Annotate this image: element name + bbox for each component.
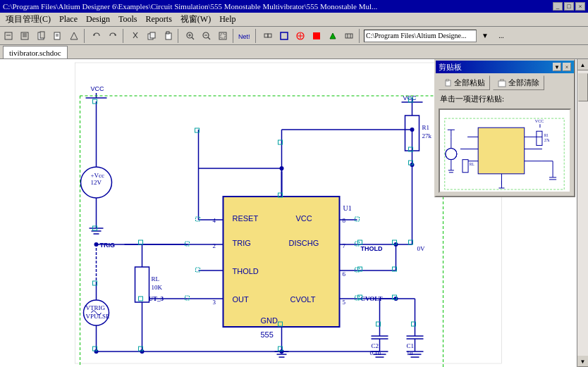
- clipboard-pin-button[interactable]: ▼: [553, 63, 561, 71]
- tab-schematic[interactable]: tivibrator.schdoc: [3, 46, 68, 58]
- svg-rect-31: [268, 34, 271, 37]
- toolbar: Net! C:\Program Files\Altium Designe... …: [0, 27, 588, 45]
- svg-text:DISCHG: DISCHG: [289, 239, 319, 247]
- svg-rect-37: [345, 34, 353, 38]
- tb-11[interactable]: [341, 28, 357, 44]
- tb-zoom-in[interactable]: [183, 28, 198, 44]
- svg-text:CVOLT: CVOLT: [290, 295, 316, 304]
- svg-rect-32: [281, 32, 288, 39]
- svg-text:C2: C2: [372, 342, 379, 349]
- tb-8[interactable]: [276, 28, 292, 44]
- svg-text:4: 4: [213, 217, 216, 224]
- svg-rect-28: [221, 34, 225, 38]
- menu-design[interactable]: Design: [82, 13, 114, 25]
- tb-btn-1[interactable]: [1, 28, 17, 44]
- clipboard-paste-all-button[interactable]: 全部粘贴: [439, 75, 490, 90]
- paste-icon: [443, 79, 452, 87]
- tb-cut[interactable]: [128, 28, 143, 44]
- tb-undo[interactable]: [89, 28, 104, 44]
- maximize-button[interactable]: □: [564, 2, 574, 11]
- tb-btn-3[interactable]: [34, 28, 49, 44]
- tb-paste[interactable]: [160, 28, 176, 44]
- svg-text:5: 5: [343, 299, 346, 306]
- svg-text:C1: C1: [407, 342, 415, 349]
- tb-stop[interactable]: [309, 28, 324, 44]
- scroll-down-button[interactable]: ▼: [577, 356, 589, 367]
- svg-line-21: [192, 37, 194, 39]
- svg-text:RESET: RESET: [233, 214, 259, 223]
- menu-project[interactable]: 项目管理(C): [1, 13, 55, 26]
- svg-text:THOLD: THOLD: [233, 267, 259, 275]
- svg-point-159: [94, 349, 99, 354]
- svg-rect-196: [446, 79, 448, 81]
- svg-text:U1: U1: [343, 204, 352, 212]
- svg-point-142: [280, 349, 284, 354]
- svg-text:VPULSE: VPULSE: [86, 313, 111, 320]
- toolbar-sep-6: [359, 29, 362, 43]
- scroll-thumb[interactable]: [578, 73, 588, 101]
- svg-text:1u: 1u: [407, 349, 414, 356]
- tb-fit[interactable]: [215, 28, 231, 44]
- menu-window[interactable]: 视窗(W): [176, 13, 215, 26]
- svg-text:27k: 27k: [544, 139, 550, 142]
- tb-dots[interactable]: ...: [494, 28, 509, 44]
- tb-9[interactable]: [293, 28, 308, 44]
- scroll-up-button[interactable]: ▲: [577, 59, 589, 70]
- toolbar-sep-2: [123, 29, 125, 43]
- menu-reports[interactable]: Reports: [142, 13, 176, 25]
- svg-text:RL: RL: [470, 163, 474, 166]
- close-button[interactable]: ×: [575, 2, 585, 11]
- svg-text:27k: 27k: [422, 132, 432, 139]
- svg-text:VCC: VCC: [91, 85, 105, 92]
- clipboard-title-text: 剪贴板: [439, 62, 462, 73]
- menu-help[interactable]: Help: [215, 13, 240, 25]
- scrollbar-right[interactable]: ▲ ▼: [577, 59, 588, 367]
- tb-net[interactable]: Net!: [238, 28, 253, 44]
- tb-zoom-out[interactable]: [199, 28, 214, 44]
- svg-text:R1: R1: [422, 124, 430, 131]
- clipboard-instruction: 单击一项进行粘贴:: [436, 92, 574, 106]
- tab-bar: tivibrator.schdoc: [0, 45, 588, 59]
- scroll-track[interactable]: [577, 70, 589, 356]
- svg-text:7: 7: [343, 242, 346, 249]
- clipboard-close-button[interactable]: ×: [563, 63, 571, 71]
- svg-rect-229: [463, 160, 468, 173]
- tb-btn-2[interactable]: [18, 28, 33, 44]
- svg-point-107: [410, 127, 415, 132]
- tb-redo[interactable]: [105, 28, 121, 44]
- clipboard-content-area[interactable]: VCC R1 27k: [439, 108, 571, 193]
- svg-text:RL: RL: [152, 275, 160, 282]
- menu-tools[interactable]: Tools: [114, 13, 142, 25]
- tb-copy[interactable]: [144, 28, 159, 44]
- svg-rect-0: [5, 32, 12, 39]
- svg-rect-197: [498, 81, 506, 87]
- minimize-button[interactable]: _: [553, 2, 563, 11]
- tb-7[interactable]: [260, 28, 276, 44]
- svg-point-139: [394, 297, 398, 301]
- svg-text:6: 6: [343, 270, 346, 278]
- tb-10[interactable]: [325, 28, 341, 44]
- main-area: VCC +Vcc 12V VCC R1 27k TH: [0, 59, 588, 367]
- clipboard-clear-all-button[interactable]: 全部清除: [493, 75, 544, 90]
- svg-text:12V: 12V: [91, 179, 102, 186]
- svg-rect-17: [150, 32, 155, 38]
- toolbar-sep-4: [233, 29, 235, 43]
- svg-point-160: [140, 349, 145, 354]
- svg-text:VCC: VCC: [535, 119, 544, 123]
- svg-text:R1: R1: [544, 134, 549, 137]
- tb-btn-5[interactable]: [66, 28, 82, 44]
- svg-text:VCC: VCC: [296, 214, 312, 223]
- svg-rect-19: [166, 32, 169, 34]
- svg-text:2: 2: [213, 242, 216, 249]
- tb-btn-4[interactable]: [50, 28, 66, 44]
- clear-icon: [498, 79, 506, 87]
- svg-text:8: 8: [343, 217, 346, 224]
- svg-text:TRIG: TRIG: [100, 242, 116, 249]
- svg-text:OUT: OUT: [233, 295, 250, 304]
- tb-path-btn[interactable]: ▼: [477, 28, 493, 44]
- svg-text:0V: 0V: [417, 245, 426, 252]
- svg-text:THOLD: THOLD: [361, 245, 383, 252]
- menu-place[interactable]: Place: [55, 13, 82, 25]
- toolbar-path: C:\Program Files\Altium Designe...: [364, 30, 477, 42]
- clipboard-panel: 剪贴板 ▼ × 全部粘贴 全部清除: [434, 59, 575, 197]
